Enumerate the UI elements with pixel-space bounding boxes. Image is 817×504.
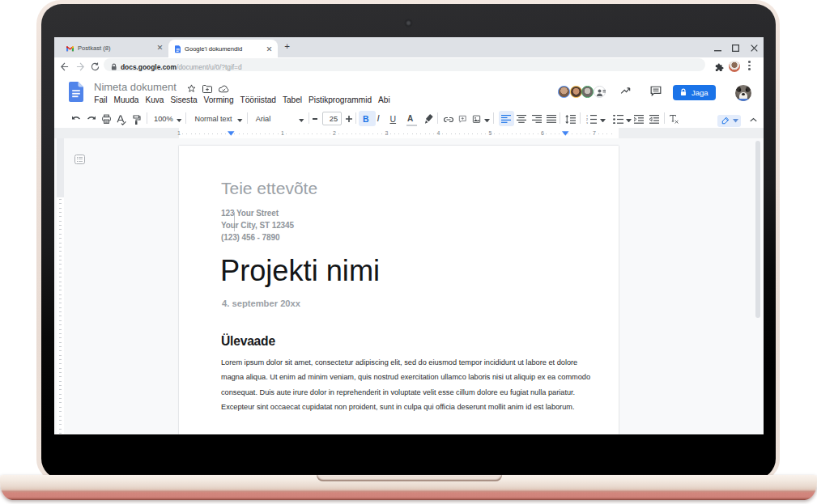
svg-text:2: 2 xyxy=(586,118,588,121)
svg-text:1: 1 xyxy=(586,115,588,117)
svg-text:3: 3 xyxy=(586,121,588,123)
